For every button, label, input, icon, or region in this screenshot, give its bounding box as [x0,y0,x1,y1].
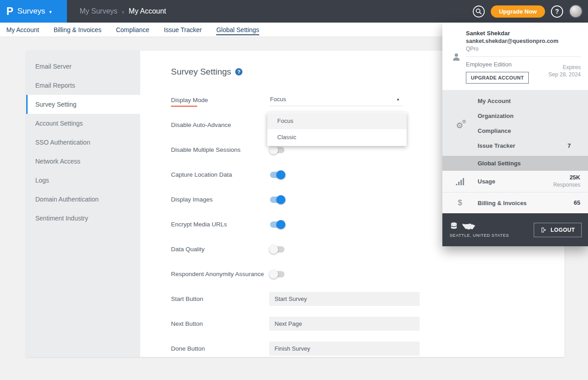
billing-row[interactable]: $ Billing & Invoices 65 [442,192,588,213]
setting-row: Data Quality [171,237,451,262]
expires-label: Expires [549,64,581,71]
search-button[interactable] [473,5,485,18]
search-icon [473,5,485,18]
user-menu-item-global-settings[interactable]: Global Settings [442,156,588,171]
topbar-actions: Upgrade Now ? [473,5,588,18]
breadcrumb-current: My Account [129,7,166,15]
setting-label: Display Mode [171,97,269,103]
toggle-knob [269,245,278,254]
toggle-switch[interactable] [269,270,285,279]
setting-text-input[interactable] [269,292,420,306]
dropdown-option[interactable]: Focus [267,113,407,129]
nav-tab[interactable]: Global Settings [216,26,259,33]
sidebar-item[interactable]: SSO Authentication [26,133,140,152]
upgrade-account-button[interactable]: UPGRADE ACCOUNT [466,72,529,84]
setting-label: Respondent Anonymity Assurance [171,271,269,277]
user-menu-item[interactable]: My Account [442,94,588,108]
title-help-icon[interactable]: ? [235,68,242,75]
help-icon: ? [555,8,559,15]
user-profile-section: Sanket Shekdar sanket.shekdar@questionpr… [442,23,588,90]
usage-label: Usage [478,178,553,185]
breadcrumb: My Surveys › My Account [80,7,166,15]
nav-tab[interactable]: Issue Tracker [164,26,202,33]
setting-row: Capture Location Data [171,162,451,187]
setting-label: Display Images [171,196,269,203]
setting-row: Next Button [171,311,451,336]
topbar: P Surveys ▾ My Surveys › My Account Upgr… [0,0,588,23]
sidebar-item[interactable]: Account Settings [26,114,140,133]
user-menu-item-label: Issue Tracker [478,142,515,149]
sidebar-item[interactable]: Email Reports [26,76,140,95]
toggle-switch[interactable] [269,245,285,254]
setting-text-input[interactable] [269,317,420,331]
logout-button[interactable]: LOGOUT [534,223,582,237]
dropdown-option[interactable]: Classic [267,129,407,145]
location-text: SEATTLE, UNITED STATES [450,233,509,238]
caret-up-icon: ▲ [396,97,400,101]
usage-row[interactable]: Usage 25K Responses [442,171,588,192]
nav-tab[interactable]: My Account [6,26,39,33]
breadcrumb-my-surveys[interactable]: My Surveys [80,7,118,15]
user-organization: QPro [466,46,581,52]
user-name: Sanket Shekdar [466,30,581,37]
setting-label: Disable Multiple Sessions [171,146,269,153]
product-switcher[interactable]: P Surveys ▾ [0,0,67,23]
person-icon [451,52,461,62]
database-icon [450,222,458,230]
setting-label: Disable Auto-Advance [171,122,269,128]
sidebar-item[interactable]: Email Server [26,57,140,76]
setting-row: Encrypt Media URLs [171,212,451,237]
user-menu-footer: SEATTLE, UNITED STATES LOGOUT [442,213,588,246]
sidebar-item[interactable]: Sentiment Industry [26,209,140,228]
logout-label: LOGOUT [550,227,575,233]
toggle-switch[interactable] [269,170,285,179]
user-menu-item-badge: 7 [568,142,571,149]
sidebar-item-label: SSO Authentication [35,139,90,146]
toggle-switch[interactable] [269,145,285,155]
toggle-knob [276,170,285,179]
billing-value: 65 [574,199,580,207]
toggle-knob [269,145,278,155]
bar-chart-icon [456,178,464,185]
dollar-icon: $ [458,198,462,207]
user-menu-item-label: Global Settings [478,160,521,167]
license-edition: Employee Edition [466,61,529,68]
sidebar-item[interactable]: Logs [26,171,140,190]
page: P Surveys ▾ My Surveys › My Account Upgr… [0,0,588,380]
nav-tab-label: Global Settings [216,26,259,35]
settings-sidebar: Email Server Email Reports Survey Settin… [26,51,140,357]
nav-tab[interactable]: Compliance [116,26,149,33]
user-menu-item[interactable]: Compliance [442,123,588,138]
nav-tab[interactable]: Billing & Invoices [53,26,101,33]
toggle-switch[interactable] [269,195,285,204]
settings-gears-icon: ⚙ ⚙ [456,121,463,131]
dropdown-option-label: Focus [277,117,293,124]
logout-icon [541,227,547,233]
toggle-knob [276,195,285,204]
sidebar-item[interactable]: Survey Setting [26,95,140,114]
display-mode-selected-value: Focus [270,96,286,103]
nav-tab-label: Compliance [116,26,149,34]
help-button[interactable]: ? [551,5,563,18]
setting-text-input[interactable] [269,342,420,356]
user-avatar[interactable] [569,5,583,18]
setting-label: Capture Location Data [171,171,269,178]
nav-tab-label: Billing & Invoices [53,26,101,34]
setting-row-display-mode: Display Mode Focus ▲ [171,88,451,113]
sidebar-item-label: Email Reports [35,82,75,89]
datacenter-location: SEATTLE, UNITED STATES [450,222,509,238]
license-expiry: Expires Sep 28, 2024 [549,64,581,84]
setting-label: Data Quality [171,246,269,253]
chevron-down-icon: ▾ [49,9,52,15]
user-menu-item[interactable]: Issue Tracker 7 [442,138,588,153]
sidebar-item[interactable]: Domain Authentication [26,190,140,209]
display-mode-select[interactable]: Focus ▲ [269,94,403,106]
user-menu-item-label: Compliance [478,127,511,134]
toggle-switch[interactable] [269,220,285,229]
sidebar-item-label: Account Settings [35,120,83,127]
sidebar-item[interactable]: Network Access [26,152,140,171]
upgrade-now-button[interactable]: Upgrade Now [491,5,545,18]
sidebar-item-label: Network Access [35,158,81,165]
toggle-knob [276,220,285,229]
usage-value: 25K Responses [553,174,580,188]
